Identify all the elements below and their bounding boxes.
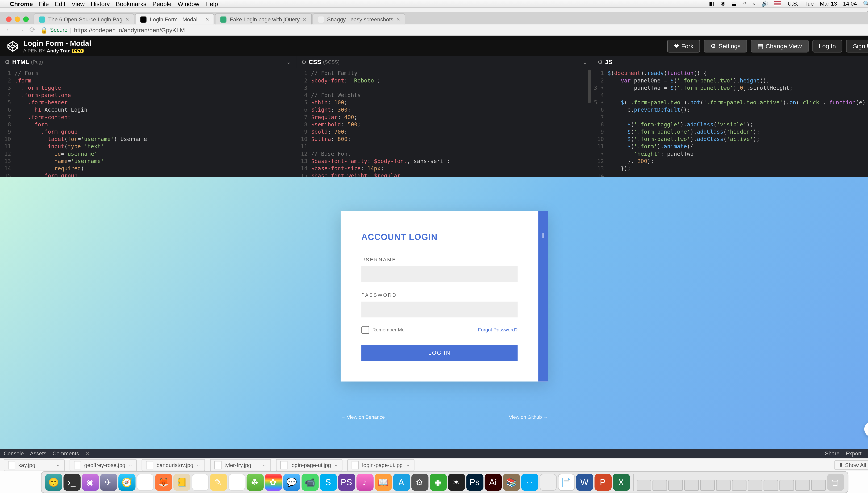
minimized-window[interactable] [763,480,778,491]
chrome-icon[interactable]: ◉ [136,474,153,491]
download-chip[interactable]: login-page-ui.jpg⌄ [276,459,343,471]
minimized-window[interactable] [795,480,810,491]
window-controls[interactable] [6,16,28,22]
minimized-window[interactable] [684,480,699,491]
show-all-button[interactable]: ⬇ Show All [834,460,868,470]
wifi-icon[interactable]: ⌔ [743,1,746,7]
gear-icon[interactable]: ⚙ [598,59,603,65]
app-icon[interactable]: ▦ [430,474,446,491]
browser-tab[interactable]: Snaggy - easy screenshots× [312,13,406,24]
remember-checkbox[interactable] [361,326,369,334]
change-view-button[interactable]: ▦ Change View [751,40,809,53]
facetime-icon[interactable]: 📹 [301,474,318,491]
launchpad-icon[interactable]: ◉ [81,474,99,491]
gear-icon[interactable]: ⚙ [5,59,10,65]
terminal-icon[interactable]: ›_ [63,474,80,491]
reminders-icon[interactable]: ☰ [228,474,245,491]
close-tab-icon[interactable]: × [303,16,306,23]
browser-tab[interactable]: The 6 Open Source Login Pag× [34,13,135,24]
finder-icon[interactable]: 🙂 [45,474,62,491]
omnibox[interactable]: 🔒 Secure | https://codepen.io/andytran/p… [40,26,863,33]
minimized-window[interactable] [636,480,651,491]
close-icon[interactable]: ✕ [85,451,90,457]
safari-icon[interactable]: 🧭 [118,474,135,491]
pen-title[interactable]: Login Form - Modal [23,39,91,47]
calendar-icon[interactable]: 13 [191,474,208,491]
chevron-down-icon[interactable]: ⌄ [286,59,291,66]
input-locale[interactable]: U.S. [788,1,798,7]
menu-history[interactable]: History [91,0,110,7]
chevron-down-icon[interactable]: ⌄ [128,462,133,468]
photos-icon[interactable]: ✿ [265,474,282,491]
firefox-icon[interactable]: 🦊 [155,474,172,491]
minimized-window[interactable] [732,480,746,491]
settings-button[interactable]: ⚙ Settings [704,40,747,53]
modal-toggle-handle[interactable] [538,211,548,382]
code-content[interactable]: // Form .form .form-toggle .form-panel.o… [14,68,147,177]
spotlight-icon[interactable]: 🔍 [863,1,868,7]
menu-help[interactable]: Help [205,0,218,7]
browser-tab[interactable]: Fake Login page with jQuery× [215,13,312,24]
menu-bookmarks[interactable]: Bookmarks [116,0,146,7]
download-chip[interactable]: login-page-ui.jpg⌄ [347,459,414,471]
login-submit-button[interactable]: LOG IN [361,345,517,361]
settings-icon[interactable]: ⚙ [411,474,428,491]
menu-people[interactable]: People [152,0,171,7]
behance-link[interactable]: ← View on Behance [341,414,385,420]
codepen-logo-icon[interactable] [7,41,18,52]
app-icon[interactable]: ✶ [448,474,465,491]
download-chip[interactable]: tyler-fry.jpg⌄ [210,459,271,471]
chevron-down-icon[interactable]: ⌄ [334,462,338,468]
console-tab[interactable]: Console [4,451,24,457]
appstore-icon[interactable]: A [393,474,410,491]
share-button[interactable]: Share [825,451,840,457]
author-link[interactable]: Andy Tran [47,48,71,54]
gear-icon[interactable]: ⚙ [301,59,306,65]
input-flag-icon[interactable] [774,1,781,6]
powerpoint-icon[interactable]: P [594,474,611,491]
minimized-window[interactable] [779,480,794,491]
skype-icon[interactable]: S [320,474,336,491]
js-editor[interactable]: 123 •45 •67891011 •12131415 $(document).… [593,68,868,177]
close-tab-icon[interactable]: × [205,16,209,23]
menu-edit[interactable]: Edit [55,0,66,7]
assets-tab[interactable]: Assets [30,451,46,457]
notes-icon[interactable]: ✎ [210,474,227,491]
phpstorm-icon[interactable]: PS [338,474,355,491]
fork-button[interactable]: ❤ Fork [667,40,700,53]
code-content[interactable]: // Font Family $body-font: "Roboto"; // … [311,68,450,177]
download-chip[interactable]: geoffrey-rose.jpg⌄ [70,459,137,471]
github-link[interactable]: View on Github → [509,414,548,420]
minimized-window[interactable] [700,480,715,491]
excel-icon[interactable]: X [613,474,629,491]
app-icon[interactable]: 📚 [503,474,519,491]
minimized-window[interactable] [747,480,762,491]
ibooks-icon[interactable]: 📖 [375,474,391,491]
illustrator-icon[interactable]: Ai [484,474,501,491]
chevron-down-icon[interactable]: ⌄ [582,59,587,66]
chevron-down-icon[interactable]: ⌄ [406,462,410,468]
export-button[interactable]: Export [846,451,861,457]
password-input[interactable] [361,302,517,317]
photoshop-icon[interactable]: Ps [466,474,483,491]
dropbox-icon[interactable]: ⬓ [732,1,737,7]
close-tab-icon[interactable]: × [396,16,400,23]
star-icon[interactable]: ☆ [867,26,868,33]
volume-icon[interactable]: 🔊 [762,1,768,7]
tray-icon[interactable]: ❀ [721,1,726,7]
chevron-down-icon[interactable]: ⌄ [56,462,60,468]
minimized-window[interactable] [668,480,683,491]
browser-tab-active[interactable]: Login Form - Modal× [135,13,215,24]
minimized-window[interactable] [811,480,825,491]
contacts-icon[interactable]: 📒 [173,474,190,491]
menu-window[interactable]: Window [178,0,199,7]
code-content[interactable]: $(document).ready(function() { var panel… [608,68,868,177]
minimized-window[interactable] [652,480,667,491]
download-chip[interactable]: banduristov.jpg⌄ [142,459,205,471]
link-fab-icon[interactable]: 🔗 [864,421,868,437]
itunes-icon[interactable]: ♪ [356,474,373,491]
close-tab-icon[interactable]: × [126,16,129,23]
mission-control-icon[interactable]: ✈ [100,474,117,491]
forgot-password-link[interactable]: Forgot Password? [478,327,517,333]
minimized-window[interactable] [716,480,730,491]
